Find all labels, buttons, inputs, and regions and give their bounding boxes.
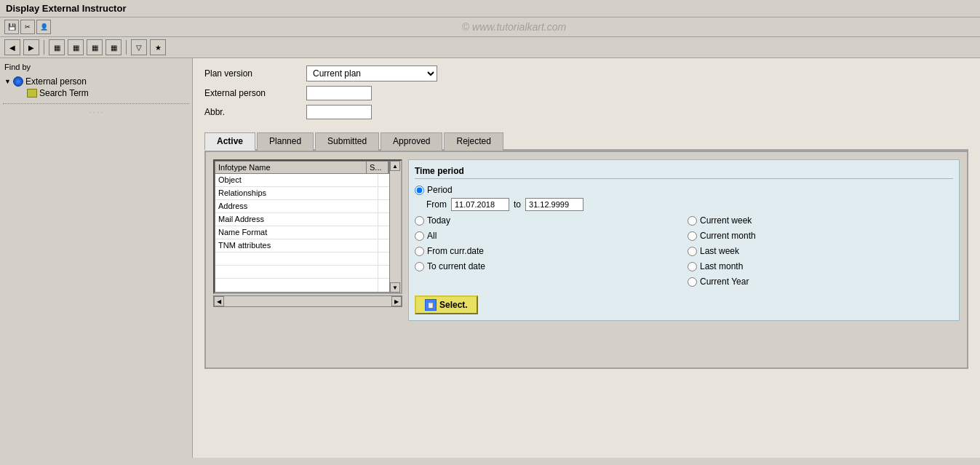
tree-item-search-term[interactable]: Search Term [3, 87, 189, 99]
plan-version-select[interactable]: Current plan Other plan [306, 65, 437, 82]
current-month-label: Current month [700, 231, 756, 241]
tab-planned[interactable]: Planned [257, 132, 314, 151]
star-button[interactable]: ★ [150, 39, 166, 55]
all-radio[interactable] [415, 231, 424, 241]
to-current-date-radio-row: To current date [415, 261, 680, 271]
tab-rejected[interactable]: Rejected [444, 132, 503, 151]
filter-button[interactable]: ▽ [131, 39, 147, 55]
all-label: All [427, 231, 437, 241]
scroll-right-arrow[interactable]: ▶ [391, 296, 402, 306]
time-period-title: Time period [415, 166, 953, 179]
tab-approved-label: Approved [393, 136, 430, 146]
header-infotype-name: Infotype Name [215, 162, 367, 173]
right-panel: Plan version Current plan Other plan Ext… [193, 58, 980, 458]
infotype-table: Infotype Name S... ▦ [215, 161, 401, 293]
plan-version-label: Plan version [204, 68, 306, 79]
save-icon[interactable]: 💾 [4, 20, 19, 34]
current-year-radio[interactable] [688, 277, 697, 287]
tab-list: Active Planned Submitted Approved Reject… [204, 131, 968, 151]
table-scrollbar[interactable]: ▲ ▼ [389, 161, 401, 293]
table-row: Address [215, 200, 400, 213]
forward-button[interactable]: ▶ [23, 39, 39, 55]
tree-label-search-term: Search Term [39, 88, 89, 98]
toolbar-sep1 [44, 40, 44, 55]
globe-icon [13, 76, 23, 87]
from-curr-date-label: From curr.date [427, 246, 484, 256]
from-date-input[interactable] [451, 198, 509, 211]
table-row [215, 266, 400, 279]
cell-tnm-name: TNM attributes [215, 239, 378, 252]
back-button[interactable]: ◀ [4, 39, 20, 55]
grid4-button[interactable]: ▦ [105, 39, 121, 55]
last-month-radio[interactable] [688, 262, 697, 271]
abbr-row: Abbr. [204, 105, 968, 119]
scroll-down-arrow[interactable]: ▼ [390, 282, 400, 293]
scroll-left-arrow[interactable]: ◀ [214, 296, 224, 306]
tree-item-external-person[interactable]: ▼ External person [3, 76, 189, 87]
tab-content: Infotype Name S... ▦ [204, 151, 968, 369]
period-radio[interactable] [415, 186, 424, 195]
table-hscrollbar: ◀ ▶ [213, 295, 402, 307]
table-row: Object [215, 174, 400, 187]
left-panel-dots: · · · · [3, 108, 189, 116]
to-date-input[interactable] [525, 198, 583, 211]
abbr-input[interactable] [306, 105, 372, 119]
abbr-label: Abbr. [204, 107, 306, 117]
last-week-radio[interactable] [688, 247, 697, 256]
today-radio[interactable] [415, 216, 424, 226]
scroll-htrack [224, 296, 391, 306]
table-row: Relationships [215, 187, 400, 200]
to-label: to [514, 199, 521, 210]
to-current-date-label: To current date [427, 261, 485, 271]
watermark: © www.tutorialkart.com [52, 21, 976, 33]
all-radio-row: All [415, 231, 680, 241]
select-button[interactable]: 📋 Select. [415, 295, 478, 314]
grid2-button[interactable]: ▦ [68, 39, 84, 55]
tab-active[interactable]: Active [204, 132, 255, 151]
infotype-table-header: Infotype Name S... ▦ [215, 162, 400, 174]
title-bar: Display External Instructor [0, 0, 980, 17]
table-row: Mail Address [215, 213, 400, 226]
tab-approved[interactable]: Approved [381, 132, 442, 151]
scroll-track [390, 171, 401, 282]
grid3-button[interactable]: ▦ [87, 39, 103, 55]
external-person-input[interactable] [306, 86, 372, 100]
last-week-radio-row: Last week [688, 246, 953, 256]
table-row: TNM attributes [215, 239, 400, 253]
grid1-button[interactable]: ▦ [49, 39, 65, 55]
cell-address-name: Address [215, 200, 378, 212]
last-week-label: Last week [700, 246, 739, 256]
from-curr-date-radio-row: From curr.date [415, 246, 680, 256]
to-current-date-radio[interactable] [415, 262, 424, 271]
table-row [215, 253, 400, 266]
table-row [215, 279, 400, 292]
cell-object-name: Object [215, 174, 378, 186]
toolbar-sep2 [126, 40, 127, 55]
shortcut-icon[interactable]: ✂ [20, 20, 35, 34]
app-title: Display External Instructor [6, 3, 126, 14]
person-icon[interactable]: 👤 [36, 20, 51, 34]
current-month-radio[interactable] [688, 231, 697, 241]
tab-active-label: Active [217, 136, 243, 146]
current-year-label: Current Year [700, 277, 749, 287]
current-week-radio[interactable] [688, 216, 697, 226]
external-person-row: External person [204, 86, 968, 100]
tab-inner: Infotype Name S... ▦ [213, 159, 960, 321]
cell-mail-address-name: Mail Address [215, 213, 378, 226]
from-curr-date-radio[interactable] [415, 247, 424, 256]
select-button-label: Select. [439, 300, 468, 310]
current-year-radio-row: Current Year [688, 277, 953, 287]
tab-planned-label: Planned [269, 136, 301, 146]
current-week-radio-row: Current week [688, 215, 953, 226]
select-button-icon: 📋 [425, 299, 437, 311]
table-row: Name Format [215, 226, 400, 239]
period-from-row: From to [415, 198, 953, 211]
tab-submitted[interactable]: Submitted [315, 132, 379, 151]
scroll-up-arrow[interactable]: ▲ [390, 161, 400, 171]
tabs-area: Active Planned Submitted Approved Reject… [204, 131, 968, 369]
infotype-panel: Infotype Name S... ▦ [213, 159, 402, 321]
empty-col1 [415, 277, 680, 290]
cell-empty1 [215, 253, 378, 265]
today-label: Today [427, 215, 450, 226]
book-icon [27, 89, 37, 98]
